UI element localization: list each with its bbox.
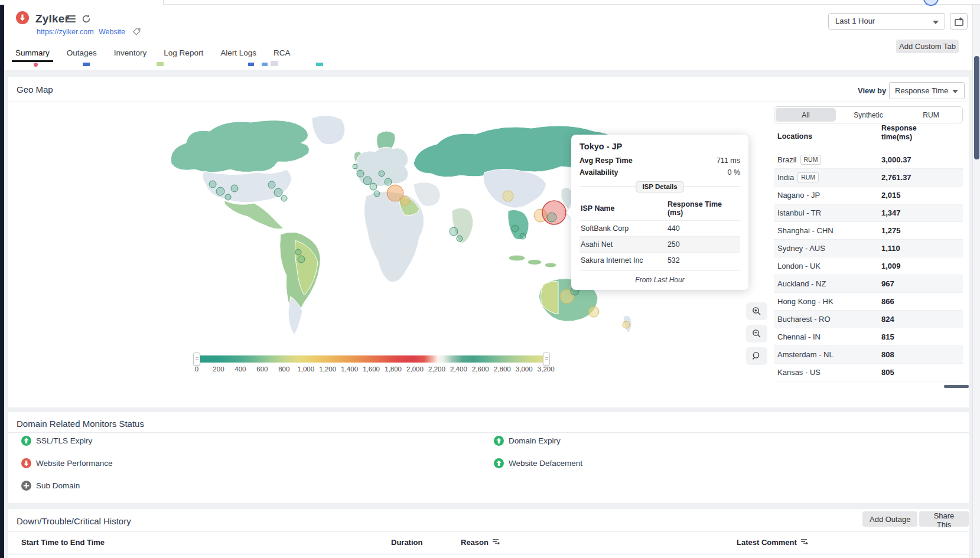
column-label: Start Time to End Time: [21, 538, 105, 547]
scale-min-handle[interactable]: [193, 353, 200, 366]
map-data-bubble[interactable]: [370, 183, 377, 190]
location-row-london-uk[interactable]: London - UK1,009: [774, 257, 963, 275]
map-data-bubble[interactable]: [353, 164, 357, 169]
cutoff-fragment: [262, 63, 268, 66]
location-row-chennai-in[interactable]: Chennai - IN815: [774, 328, 963, 346]
map-mexico: [224, 201, 284, 229]
filter-icon[interactable]: [800, 538, 809, 547]
scale-tick: 2,400: [450, 366, 467, 373]
location-response-time: 815: [881, 332, 894, 341]
tag-icon[interactable]: [132, 27, 141, 38]
location-row-india[interactable]: IndiaRUM2,761.37: [774, 169, 963, 187]
location-row-kansas-us[interactable]: Kansas - US805: [774, 364, 963, 381]
scale-max-handle[interactable]: [543, 353, 550, 366]
collapsed-sidebar-rail[interactable]: [0, 5, 4, 558]
scale-tick: 2,000: [406, 366, 424, 373]
isp-row: Sakura Internet Inc532: [579, 253, 740, 269]
location-row-auckland-nz[interactable]: Auckland - NZ967: [774, 275, 963, 293]
share-this-button[interactable]: Share This: [919, 511, 969, 527]
status-up-icon: [494, 436, 504, 446]
tab-rca[interactable]: RCA: [272, 46, 292, 62]
map-data-bubble[interactable]: [379, 171, 385, 177]
tab-alert-logs[interactable]: Alert Logs: [219, 46, 258, 62]
map-data-bubble[interactable]: [374, 191, 380, 197]
refresh-icon[interactable]: [81, 14, 92, 24]
map-data-bubble[interactable]: [268, 181, 275, 188]
page-scrollbar-thumb[interactable]: [974, 56, 979, 159]
locations-tab-synthetic[interactable]: Synthetic: [838, 108, 898, 122]
map-data-bubble[interactable]: [225, 194, 231, 200]
locations-hscrollbar-thumb[interactable]: [944, 385, 969, 388]
location-row-shanghai-chn[interactable]: Shanghai - CHN1,275: [774, 222, 963, 240]
map-data-bubble[interactable]: [401, 196, 410, 205]
add-outage-button[interactable]: Add Outage: [862, 511, 917, 527]
filter-icon[interactable]: [492, 538, 500, 547]
location-name: Amsterdam - NL: [777, 350, 834, 359]
hamburger-icon[interactable]: [66, 15, 76, 22]
map-data-bubble[interactable]: [520, 233, 526, 239]
map-zoom-out-button[interactable]: [746, 325, 767, 342]
map-data-bubble[interactable]: [450, 227, 458, 236]
history-column-reason[interactable]: Reason: [461, 538, 500, 547]
location-response-time: 2,015: [881, 191, 901, 200]
column-label: Reason: [461, 538, 489, 547]
tab-inventory[interactable]: Inventory: [112, 46, 149, 62]
map-data-bubble[interactable]: [298, 256, 305, 263]
locations-tab-rum[interactable]: RUM: [901, 108, 961, 122]
map-data-bubble[interactable]: [588, 306, 599, 317]
map-data-bubble[interactable]: [623, 321, 630, 328]
map-data-bubble[interactable]: [457, 236, 463, 242]
map-data-bubble[interactable]: [385, 178, 392, 185]
map-data-bubble[interactable]: [216, 187, 224, 195]
history-column-latest-comment[interactable]: Latest Comment: [737, 538, 809, 547]
map-data-bubble[interactable]: [503, 191, 513, 201]
map-data-bubble[interactable]: [363, 177, 372, 185]
map-data-bubble[interactable]: [357, 170, 364, 177]
map-data-bubble[interactable]: [281, 195, 287, 201]
monitor-type-link[interactable]: Website: [99, 28, 125, 36]
scale-tick: 1,200: [319, 366, 336, 373]
location-response-time: 866: [881, 297, 894, 306]
map-data-bubble[interactable]: [295, 249, 301, 255]
chevron-down-icon: [933, 21, 939, 24]
add-custom-tab-button[interactable]: Add Custom Tab: [896, 40, 959, 53]
map-data-bubble[interactable]: [231, 185, 238, 192]
domain-monitor-website-performance[interactable]: Website Performance: [21, 458, 113, 468]
map-data-bubble[interactable]: [209, 181, 216, 188]
location-response-time: 1,009: [881, 262, 901, 270]
locations-column-header: Locations: [777, 132, 812, 141]
location-row-nagano-jp[interactable]: Nagano - JP2,015: [774, 187, 963, 204]
time-range-select[interactable]: Last 1 Hour: [828, 13, 945, 30]
domain-monitor-website-defacement[interactable]: Website Defacement: [494, 458, 582, 468]
map-tooltip-tokyo: Tokyo - JP Avg Resp Time711 msAvailabili…: [571, 135, 748, 290]
map-data-bubble[interactable]: [274, 188, 282, 197]
domain-monitor-domain-expiry[interactable]: Domain Expiry: [494, 436, 561, 446]
domain-monitor-sub-domain[interactable]: Sub Domain: [21, 481, 80, 491]
location-row-bucharest-ro[interactable]: Bucharest - RO824: [774, 311, 963, 328]
tab-outages[interactable]: Outages: [65, 46, 99, 62]
tab-log-report[interactable]: Log Report: [162, 46, 205, 62]
location-row-brazil[interactable]: BrazilRUM3,000.37: [774, 151, 963, 169]
location-row-istanbul-tr[interactable]: Istanbul - TR1,347: [774, 204, 963, 222]
location-row-hong-kong-hk[interactable]: Hong Kong - HK866: [774, 293, 963, 311]
tab-summary[interactable]: Summary: [14, 46, 51, 62]
domain-monitor-ssl-tls-expiry[interactable]: SSL/TLS Expiry: [21, 436, 92, 446]
status-down-icon: [21, 458, 31, 468]
map-zoom-reset-button[interactable]: [746, 347, 767, 365]
locations-tab-all[interactable]: All: [776, 108, 836, 122]
location-row-sydney-aus[interactable]: Sydney - AUS1,110: [774, 240, 963, 257]
monitor-url-link[interactable]: https://zylker.com: [37, 28, 94, 36]
add-to-dashboard-button[interactable]: [950, 13, 968, 30]
stat-value: 711 ms: [717, 156, 740, 165]
location-name: London - UK: [777, 262, 821, 270]
location-name: BrazilRUM: [777, 155, 821, 165]
map-data-bubble[interactable]: [547, 213, 556, 222]
map-data-bubble[interactable]: [512, 225, 519, 232]
view-by-select[interactable]: Response Time: [889, 82, 965, 99]
rum-badge: RUM: [800, 155, 822, 165]
map-zoom-in-button[interactable]: [746, 302, 767, 320]
geo-map-title: Geo Map: [17, 84, 53, 94]
page-scrollbar[interactable]: [972, 5, 980, 558]
location-row-amsterdam-nl[interactable]: Amsterdam - NL808: [774, 346, 963, 364]
map-canada: [171, 120, 309, 172]
